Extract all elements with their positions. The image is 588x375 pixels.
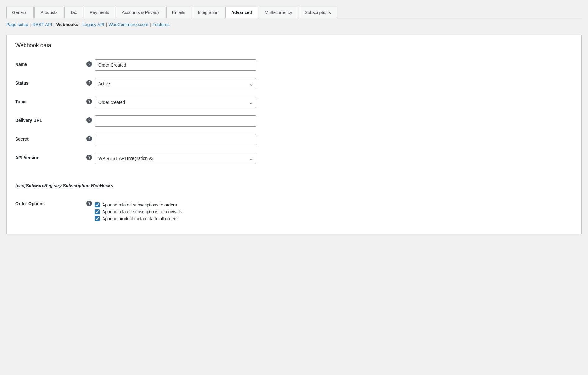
label-topic: Topic (15, 94, 84, 112)
input-cell-name (95, 56, 573, 75)
help-icon-secret[interactable]: ? (86, 136, 92, 141)
checkbox-label-append-subscriptions-orders: Append related subscriptions to orders (102, 202, 177, 207)
input-cell-status: Active Paused Disabled ⌄ (95, 75, 573, 94)
help-order-options: ? (84, 196, 95, 225)
subnav-link-rest-api[interactable]: REST API (32, 22, 52, 27)
help-name: ? (84, 56, 95, 75)
checkbox-append-subscriptions-renewals[interactable] (95, 209, 100, 214)
field-row-api-version: API Version ? WP REST API Integration v3… (15, 150, 573, 168)
input-cell-api-version: WP REST API Integration v3 WP REST API I… (95, 150, 573, 168)
subnav: Page setup | REST API | Webhooks | Legac… (6, 22, 582, 27)
input-cell-secret (95, 131, 573, 150)
help-delivery-url: ? (84, 112, 95, 131)
label-api-version: API Version (15, 150, 84, 168)
label-delivery-url: Delivery URL (15, 112, 84, 131)
input-cell-delivery-url (95, 112, 573, 131)
tab-general[interactable]: General (6, 7, 34, 18)
checkbox-item-append-subscriptions-renewals[interactable]: Append related subscriptions to renewals (95, 209, 573, 214)
field-row-delivery-url: Delivery URL ? (15, 112, 573, 131)
subsection-label: {eac}SoftwareRegistry Subscription WebHo… (15, 183, 573, 188)
subnav-sep-4: | (106, 22, 107, 27)
tab-advanced[interactable]: Advanced (225, 7, 258, 18)
checkbox-append-product-meta[interactable] (95, 216, 100, 221)
input-cell-order-options: Append related subscriptions to ordersAp… (95, 196, 573, 225)
field-row-order-options: Order Options ? Append related subscript… (15, 196, 573, 225)
label-secret: Secret (15, 131, 84, 150)
tab-tax[interactable]: Tax (64, 7, 83, 18)
field-row-topic: Topic ? Order created Order updated Orde… (15, 94, 573, 112)
subnav-sep-1: | (30, 22, 31, 27)
field-row-secret: Secret ? (15, 131, 573, 150)
help-icon-api-version[interactable]: ? (86, 155, 92, 160)
help-status: ? (84, 75, 95, 94)
content-card: Webhook data Name ? (6, 35, 582, 234)
delivery-url-input[interactable] (95, 115, 256, 127)
status-select[interactable]: Active Paused Disabled (95, 78, 256, 89)
tabs-bar: GeneralProductsTaxPaymentsAccounts & Pri… (6, 6, 582, 18)
subnav-current-webhooks: Webhooks (56, 22, 78, 27)
subnav-sep-2: | (53, 22, 55, 27)
topic-select-wrap: Order created Order updated Order delete… (95, 97, 256, 108)
subnav-sep-3: | (80, 22, 81, 27)
checkbox-item-append-product-meta[interactable]: Append product meta data to all orders (95, 216, 573, 221)
subnav-link-page-setup[interactable]: Page setup (6, 22, 28, 27)
help-secret: ? (84, 131, 95, 150)
tab-subscriptions[interactable]: Subscriptions (299, 7, 337, 18)
tab-products[interactable]: Products (34, 7, 63, 18)
help-icon-status[interactable]: ? (86, 80, 92, 86)
tab-emails[interactable]: Emails (166, 7, 191, 18)
checkbox-label-append-subscriptions-renewals: Append related subscriptions to renewals (102, 209, 182, 214)
field-row-name: Name ? (15, 56, 573, 75)
tab-integration[interactable]: Integration (192, 7, 224, 18)
topic-select[interactable]: Order created Order updated Order delete… (95, 97, 256, 108)
subnav-link-features[interactable]: Features (153, 22, 170, 27)
api-version-select[interactable]: WP REST API Integration v3 WP REST API I… (95, 153, 256, 164)
label-order-options: Order Options (15, 196, 84, 225)
status-select-wrap: Active Paused Disabled ⌄ (95, 78, 256, 89)
tab-multi-currency[interactable]: Multi-currency (259, 7, 298, 18)
api-version-select-wrap: WP REST API Integration v3 WP REST API I… (95, 153, 256, 164)
subnav-link-legacy-api[interactable]: Legacy API (82, 22, 104, 27)
subsection-row: {eac}SoftwareRegistry Subscription WebHo… (15, 168, 573, 196)
page-wrapper: GeneralProductsTaxPaymentsAccounts & Pri… (0, 0, 588, 247)
subnav-sep-5: | (150, 22, 151, 27)
section-title: Webhook data (15, 42, 573, 49)
order-options-checkbox-group: Append related subscriptions to ordersAp… (95, 199, 573, 221)
help-icon-topic[interactable]: ? (86, 99, 92, 104)
checkbox-item-append-subscriptions-orders[interactable]: Append related subscriptions to orders (95, 202, 573, 207)
secret-input[interactable] (95, 134, 256, 145)
tab-accounts-privacy[interactable]: Accounts & Privacy (116, 7, 165, 18)
help-icon-delivery-url[interactable]: ? (86, 117, 92, 123)
help-topic: ? (84, 94, 95, 112)
checkbox-append-subscriptions-orders[interactable] (95, 202, 100, 207)
tab-payments[interactable]: Payments (84, 7, 115, 18)
help-api-version: ? (84, 150, 95, 168)
label-status: Status (15, 75, 84, 94)
subnav-link-woocommerce-com[interactable]: WooCommerce.com (109, 22, 148, 27)
checkbox-label-append-product-meta: Append product meta data to all orders (102, 216, 177, 221)
label-name: Name (15, 56, 84, 75)
input-cell-topic: Order created Order updated Order delete… (95, 94, 573, 112)
help-icon-order-options[interactable]: ? (86, 201, 92, 206)
form-table: Name ? Status ? (15, 56, 573, 225)
help-icon-name[interactable]: ? (86, 61, 92, 67)
field-row-status: Status ? Active Paused Disabled ⌄ (15, 75, 573, 94)
name-input[interactable] (95, 59, 256, 71)
